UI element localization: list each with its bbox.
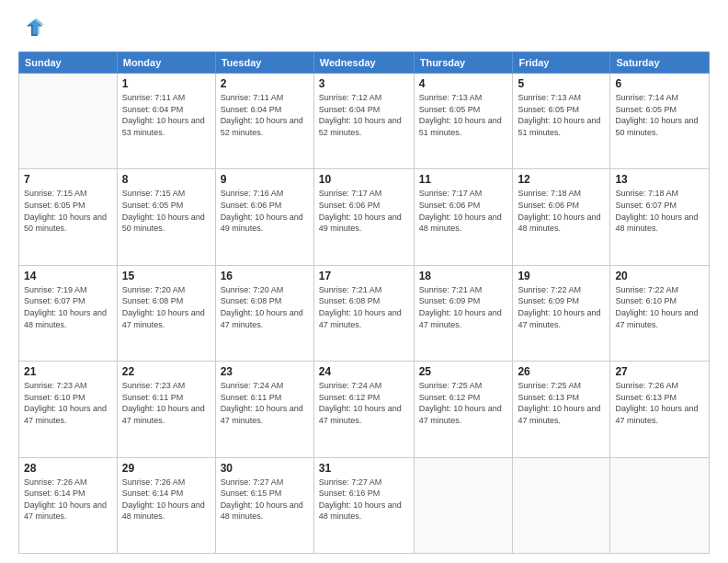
calendar-week-row: 7Sunrise: 7:15 AMSunset: 6:05 PMDaylight…: [19, 169, 710, 265]
calendar-week-row: 1Sunrise: 7:11 AMSunset: 6:04 PMDaylight…: [19, 74, 710, 169]
calendar-cell: 15Sunrise: 7:20 AMSunset: 6:08 PMDayligh…: [117, 265, 215, 361]
day-number: 13: [615, 173, 704, 186]
day-number: 11: [419, 173, 508, 186]
day-info: Sunrise: 7:17 AMSunset: 6:06 PMDaylight:…: [419, 188, 508, 234]
day-info: Sunrise: 7:16 AMSunset: 6:06 PMDaylight:…: [221, 188, 309, 234]
day-number: 10: [319, 173, 409, 186]
day-info: Sunrise: 7:24 AMSunset: 6:11 PMDaylight:…: [221, 380, 309, 426]
calendar-cell: 2Sunrise: 7:11 AMSunset: 6:04 PMDaylight…: [215, 74, 313, 169]
day-number: 20: [615, 270, 704, 282]
calendar-cell: 17Sunrise: 7:21 AMSunset: 6:08 PMDayligh…: [313, 265, 414, 361]
weekday-header: Saturday: [610, 52, 710, 74]
calendar-cell: 4Sunrise: 7:13 AMSunset: 6:05 PMDaylight…: [414, 74, 513, 169]
day-info: Sunrise: 7:23 AMSunset: 6:11 PMDaylight:…: [122, 380, 210, 426]
day-info: Sunrise: 7:26 AMSunset: 6:14 PMDaylight:…: [122, 477, 210, 523]
calendar-cell: 9Sunrise: 7:16 AMSunset: 6:06 PMDaylight…: [215, 169, 313, 265]
day-number: 2: [221, 77, 309, 90]
day-info: Sunrise: 7:17 AMSunset: 6:06 PMDaylight:…: [319, 188, 409, 234]
calendar-page: SundayMondayTuesdayWednesdayThursdayFrid…: [0, 0, 728, 563]
day-number: 18: [419, 270, 508, 282]
calendar-week-row: 21Sunrise: 7:23 AMSunset: 6:10 PMDayligh…: [19, 362, 710, 457]
day-number: 14: [24, 270, 112, 282]
calendar-cell: 20Sunrise: 7:22 AMSunset: 6:10 PMDayligh…: [610, 265, 710, 361]
day-info: Sunrise: 7:23 AMSunset: 6:10 PMDaylight:…: [24, 380, 112, 426]
day-number: 24: [319, 365, 409, 378]
day-info: Sunrise: 7:13 AMSunset: 6:05 PMDaylight:…: [518, 92, 605, 138]
calendar-cell: 16Sunrise: 7:20 AMSunset: 6:08 PMDayligh…: [215, 265, 313, 361]
calendar-table: SundayMondayTuesdayWednesdayThursdayFrid…: [18, 52, 710, 554]
logo: [18, 17, 48, 42]
calendar-cell: 22Sunrise: 7:23 AMSunset: 6:11 PMDayligh…: [117, 362, 215, 457]
day-number: 12: [518, 173, 605, 186]
day-info: Sunrise: 7:25 AMSunset: 6:12 PMDaylight:…: [419, 380, 508, 426]
day-number: 31: [319, 462, 409, 475]
calendar-cell: 27Sunrise: 7:26 AMSunset: 6:13 PMDayligh…: [610, 362, 710, 457]
day-info: Sunrise: 7:14 AMSunset: 6:05 PMDaylight:…: [615, 92, 704, 138]
day-info: Sunrise: 7:27 AMSunset: 6:16 PMDaylight:…: [319, 477, 409, 523]
day-number: 16: [221, 270, 309, 282]
calendar-cell: 5Sunrise: 7:13 AMSunset: 6:05 PMDaylight…: [513, 74, 610, 169]
day-info: Sunrise: 7:18 AMSunset: 6:06 PMDaylight:…: [518, 188, 605, 234]
calendar-cell: 1Sunrise: 7:11 AMSunset: 6:04 PMDaylight…: [117, 74, 215, 169]
day-number: 30: [221, 462, 309, 475]
calendar-cell: 23Sunrise: 7:24 AMSunset: 6:11 PMDayligh…: [215, 362, 313, 457]
day-number: 26: [518, 365, 605, 378]
calendar-cell: 3Sunrise: 7:12 AMSunset: 6:04 PMDaylight…: [313, 74, 414, 169]
weekday-header: Friday: [513, 52, 610, 74]
calendar-cell: 7Sunrise: 7:15 AMSunset: 6:05 PMDaylight…: [19, 169, 118, 265]
day-number: 9: [221, 173, 309, 186]
calendar-week-row: 14Sunrise: 7:19 AMSunset: 6:07 PMDayligh…: [19, 265, 710, 361]
day-number: 15: [122, 270, 210, 282]
day-number: 6: [615, 77, 704, 90]
day-number: 23: [221, 365, 309, 378]
calendar-cell: 18Sunrise: 7:21 AMSunset: 6:09 PMDayligh…: [414, 265, 513, 361]
day-info: Sunrise: 7:11 AMSunset: 6:04 PMDaylight:…: [221, 92, 309, 138]
day-number: 17: [319, 270, 409, 282]
day-number: 7: [24, 173, 112, 186]
calendar-cell: 14Sunrise: 7:19 AMSunset: 6:07 PMDayligh…: [19, 265, 118, 361]
day-info: Sunrise: 7:26 AMSunset: 6:13 PMDaylight:…: [615, 380, 704, 426]
logo-icon: [18, 17, 44, 42]
weekday-header: Sunday: [19, 52, 118, 74]
day-info: Sunrise: 7:22 AMSunset: 6:10 PMDaylight:…: [615, 284, 704, 330]
calendar-cell: 19Sunrise: 7:22 AMSunset: 6:09 PMDayligh…: [513, 265, 610, 361]
day-number: 4: [419, 77, 508, 90]
day-number: 27: [615, 365, 704, 378]
day-info: Sunrise: 7:22 AMSunset: 6:09 PMDaylight:…: [518, 284, 605, 330]
calendar-cell: 21Sunrise: 7:23 AMSunset: 6:10 PMDayligh…: [19, 362, 118, 457]
day-info: Sunrise: 7:26 AMSunset: 6:14 PMDaylight:…: [24, 477, 112, 523]
day-number: 19: [518, 270, 605, 282]
day-number: 25: [419, 365, 508, 378]
day-number: 28: [24, 462, 112, 475]
day-info: Sunrise: 7:20 AMSunset: 6:08 PMDaylight:…: [122, 284, 210, 330]
calendar-cell: [610, 457, 710, 553]
day-number: 1: [122, 77, 210, 90]
day-info: Sunrise: 7:19 AMSunset: 6:07 PMDaylight:…: [24, 284, 112, 330]
day-info: Sunrise: 7:11 AMSunset: 6:04 PMDaylight:…: [122, 92, 210, 138]
day-number: 29: [122, 462, 210, 475]
calendar-cell: 31Sunrise: 7:27 AMSunset: 6:16 PMDayligh…: [313, 457, 414, 553]
calendar-cell: [19, 74, 118, 169]
day-number: 3: [319, 77, 409, 90]
day-info: Sunrise: 7:20 AMSunset: 6:08 PMDaylight:…: [221, 284, 309, 330]
calendar-cell: [414, 457, 513, 553]
day-number: 8: [122, 173, 210, 186]
day-number: 21: [24, 365, 112, 378]
weekday-header: Wednesday: [313, 52, 414, 74]
calendar-cell: 29Sunrise: 7:26 AMSunset: 6:14 PMDayligh…: [117, 457, 215, 553]
day-info: Sunrise: 7:12 AMSunset: 6:04 PMDaylight:…: [319, 92, 409, 138]
calendar-cell: 12Sunrise: 7:18 AMSunset: 6:06 PMDayligh…: [513, 169, 610, 265]
calendar-cell: 30Sunrise: 7:27 AMSunset: 6:15 PMDayligh…: [215, 457, 313, 553]
calendar-cell: 24Sunrise: 7:24 AMSunset: 6:12 PMDayligh…: [313, 362, 414, 457]
calendar-body: 1Sunrise: 7:11 AMSunset: 6:04 PMDaylight…: [19, 74, 710, 554]
day-info: Sunrise: 7:15 AMSunset: 6:05 PMDaylight:…: [24, 188, 112, 234]
calendar-cell: 28Sunrise: 7:26 AMSunset: 6:14 PMDayligh…: [19, 457, 118, 553]
calendar-cell: [513, 457, 610, 553]
header: [18, 17, 710, 42]
calendar-cell: 10Sunrise: 7:17 AMSunset: 6:06 PMDayligh…: [313, 169, 414, 265]
calendar-cell: 6Sunrise: 7:14 AMSunset: 6:05 PMDaylight…: [610, 74, 710, 169]
day-info: Sunrise: 7:27 AMSunset: 6:15 PMDaylight:…: [221, 477, 309, 523]
day-info: Sunrise: 7:21 AMSunset: 6:08 PMDaylight:…: [319, 284, 409, 330]
day-info: Sunrise: 7:15 AMSunset: 6:05 PMDaylight:…: [122, 188, 210, 234]
day-info: Sunrise: 7:18 AMSunset: 6:07 PMDaylight:…: [615, 188, 704, 234]
